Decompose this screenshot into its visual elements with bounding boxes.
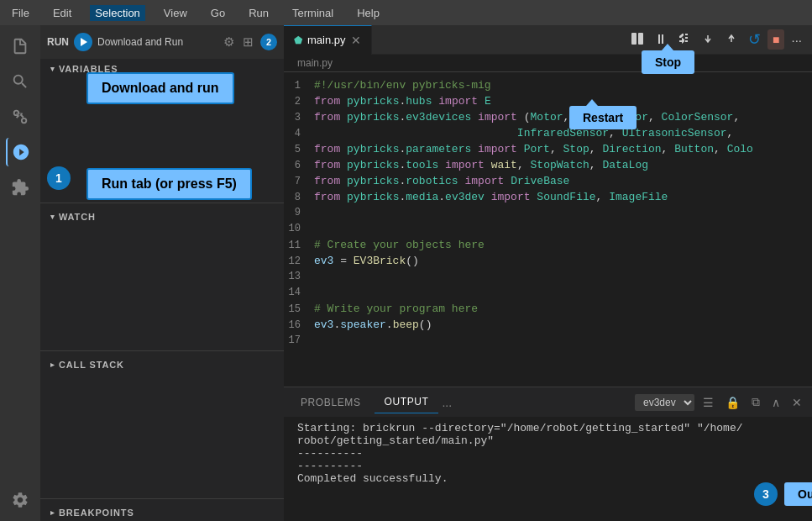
- callstack-arrow: ▸: [50, 360, 55, 369]
- step-out-icon[interactable]: [721, 29, 741, 51]
- menu-help[interactable]: Help: [352, 5, 385, 21]
- watch-arrow: ▾: [50, 213, 55, 221]
- activity-settings[interactable]: [6, 486, 34, 514]
- code-line-2: 2 from pybricks.hubs import E: [284, 95, 812, 111]
- line-num-9: 9: [284, 207, 314, 218]
- code-line-6: 6 from pybricks.tools import wait, StopW…: [284, 159, 812, 175]
- code-line-13: 13: [284, 271, 812, 287]
- debug-run-label: RUN: [47, 36, 69, 48]
- activity-search[interactable]: [6, 67, 34, 96]
- restart-button[interactable]: ↺: [745, 27, 764, 52]
- tab-problems[interactable]: PROBLEMS: [291, 392, 371, 413]
- line-num-6: 6: [284, 160, 314, 171]
- menu-selection[interactable]: Selection: [90, 5, 144, 21]
- step-into-icon[interactable]: [698, 29, 718, 51]
- breadcrumb: main.py: [284, 55, 812, 72]
- code-line-17: 17: [284, 334, 812, 350]
- callout-badge-3: 3: [754, 482, 778, 506]
- code-line-3: 3 from pybricks.ev3devices import (Motor…: [284, 111, 812, 127]
- debug-controls: ⏸ ↺ ■ ···: [621, 27, 812, 52]
- activity-explorer[interactable]: [6, 32, 34, 61]
- line-content-3: from pybricks.ev3devices import (Motor, …: [314, 111, 740, 124]
- line-num-12: 12: [284, 255, 314, 267]
- line-num-13: 13: [284, 271, 314, 282]
- activity-source-control[interactable]: [6, 103, 34, 131]
- sidebar-sections: ▾ VARIABLES ▾ WATCH ▸ CALL STACK ▸ BREAK…: [40, 59, 284, 521]
- tab-output[interactable]: OUTPUT: [375, 391, 439, 413]
- output-line-1: Starting: brickrun --directory="/home/ro…: [297, 422, 799, 434]
- activity-run-debug[interactable]: [6, 138, 34, 166]
- divider1: [40, 203, 284, 203]
- variables-arrow: ▾: [50, 65, 55, 73]
- panel-tabs: PROBLEMS OUTPUT ... ev3dev ☰ 🔒 ⧉ ∧ ✕: [284, 387, 812, 417]
- line-content-1: #!/usr/bin/env pybricks-mig: [314, 79, 491, 92]
- panel-more-icon[interactable]: ...: [442, 396, 452, 409]
- more-icon[interactable]: ⊞: [241, 33, 255, 51]
- activity-bar: [0, 25, 40, 521]
- line-content-12: ev3 = EV3Brick(): [314, 255, 419, 267]
- menu-bar: File Edit Selection View Go Run Terminal…: [0, 0, 812, 25]
- lock-icon[interactable]: 🔒: [722, 394, 743, 411]
- breakpoints-label: BREAKPOINTS: [59, 508, 134, 518]
- callstack-label: CALL STACK: [59, 360, 124, 370]
- debug-config-name: Download and Run: [97, 36, 217, 48]
- debug-badge: 2: [260, 34, 277, 50]
- step-over-icon[interactable]: [674, 29, 694, 51]
- svg-rect-1: [638, 33, 643, 45]
- watch-header[interactable]: ▾ WATCH: [40, 207, 284, 225]
- filter-icon[interactable]: ☰: [699, 394, 717, 411]
- line-content-7: from pybricks.robotics import DriveBase: [314, 175, 569, 187]
- callstack-header[interactable]: ▸ CALL STACK: [40, 355, 284, 373]
- menu-view[interactable]: View: [159, 5, 192, 21]
- line-content-2: from pybricks.hubs import E: [314, 95, 491, 108]
- line-num-14: 14: [284, 287, 314, 298]
- menu-run[interactable]: Run: [244, 5, 274, 21]
- stop-button[interactable]: ■: [767, 29, 784, 50]
- line-num-1: 1: [284, 80, 314, 92]
- line-num-2: 2: [284, 96, 314, 108]
- panel-right-controls: ev3dev ☰ 🔒 ⧉ ∧ ✕: [635, 393, 805, 411]
- close-panel-icon[interactable]: ✕: [788, 394, 805, 411]
- line-content-11: # Create your objects here: [314, 239, 485, 251]
- tab-close-icon[interactable]: ✕: [351, 34, 361, 46]
- menu-terminal[interactable]: Terminal: [287, 5, 338, 21]
- gear-icon[interactable]: ⚙: [222, 33, 236, 51]
- code-line-9: 9: [284, 207, 812, 223]
- play-button[interactable]: [74, 33, 92, 51]
- code-line-5: 5 from pybricks.parameters import Port, …: [284, 143, 812, 159]
- code-line-8: 8 from pybricks.media.ev3dev import Soun…: [284, 191, 812, 207]
- source-select[interactable]: ev3dev: [635, 394, 694, 411]
- output-line-3: ----------: [297, 447, 799, 460]
- menu-edit[interactable]: Edit: [48, 5, 76, 21]
- tab-py-icon: ⬟: [294, 34, 302, 46]
- tab-main-py[interactable]: ⬟ main.py ✕: [284, 25, 372, 55]
- line-content-4: InfraredSensor, UltrasonicSensor,: [314, 127, 733, 139]
- new-window-icon[interactable]: ⧉: [748, 393, 763, 411]
- watch-label: WATCH: [59, 212, 96, 222]
- code-line-12: 12 ev3 = EV3Brick(): [284, 255, 812, 271]
- line-num-17: 17: [284, 334, 314, 346]
- activity-extensions[interactable]: [6, 173, 34, 202]
- menu-file[interactable]: File: [7, 5, 34, 21]
- layout-icon[interactable]: [627, 29, 647, 51]
- line-content-5: from pybricks.parameters import Port, St…: [314, 143, 753, 155]
- code-line-15: 15 # Write your program here: [284, 303, 812, 318]
- chevron-up-icon[interactable]: ∧: [768, 394, 783, 411]
- line-num-7: 7: [284, 176, 314, 187]
- line-num-10: 10: [284, 223, 314, 234]
- tab-filename: main.py: [307, 34, 346, 46]
- svg-rect-0: [631, 33, 637, 45]
- code-line-1: 1 #!/usr/bin/env pybricks-mig: [284, 79, 812, 95]
- line-num-8: 8: [284, 192, 314, 203]
- breakpoints-header[interactable]: ▸ BREAKPOINTS: [40, 503, 284, 521]
- menu-go[interactable]: Go: [206, 5, 230, 21]
- main-layout: RUN Download and Run ⚙ ⊞ 2 ▾ VARIABLES ▾…: [0, 25, 812, 521]
- code-editor[interactable]: 1 #!/usr/bin/env pybricks-mig 2 from pyb…: [284, 72, 812, 387]
- output-line-2: robot/getting_started/main.py": [297, 434, 799, 447]
- line-num-3: 3: [284, 112, 314, 124]
- code-line-16: 16 ev3.speaker.beep(): [284, 318, 812, 334]
- output-callout: Output: [784, 482, 812, 506]
- line-content-16: ev3.speaker.beep(): [314, 318, 432, 331]
- more-actions-icon[interactable]: ···: [788, 29, 805, 50]
- editor-area: ⬟ main.py ✕ ⏸: [284, 25, 812, 521]
